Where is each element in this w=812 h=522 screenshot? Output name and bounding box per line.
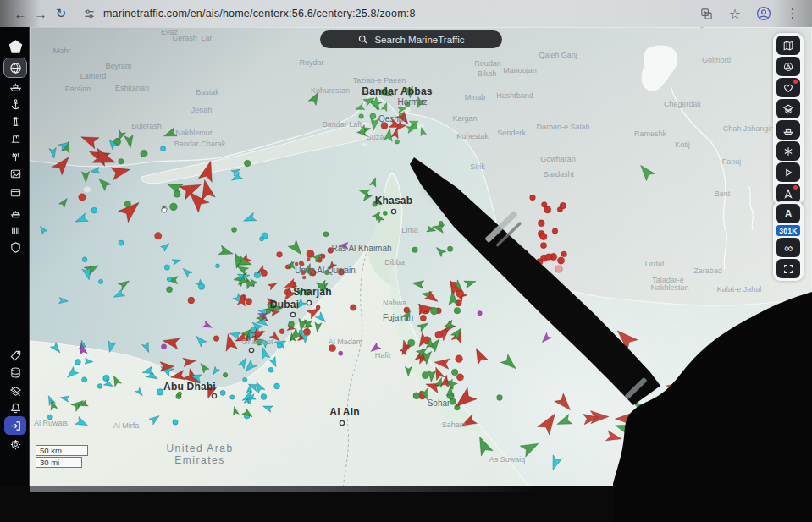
layers-button[interactable] xyxy=(776,99,800,118)
vessel-filters-button[interactable] xyxy=(776,120,800,140)
vessel-marker[interactable] xyxy=(307,257,310,261)
vessel-marker[interactable] xyxy=(350,305,356,311)
vessel-marker[interactable] xyxy=(103,375,110,382)
sidebar-item-data-list-icon[interactable] xyxy=(4,221,26,239)
browser-reload-button[interactable]: ↻ xyxy=(51,6,71,21)
vessel-marker[interactable] xyxy=(142,342,152,354)
weather-button[interactable] xyxy=(776,141,800,161)
vessel-marker[interactable] xyxy=(119,240,124,245)
vessel-marker[interactable] xyxy=(211,366,220,376)
vessel-marker[interactable] xyxy=(58,297,68,304)
vessel-marker[interactable] xyxy=(530,258,536,264)
vessel-marker[interactable] xyxy=(545,254,552,261)
vessel-marker[interactable] xyxy=(279,329,284,334)
vessel-marker[interactable] xyxy=(715,403,731,420)
sidebar-item-notifications-bell-icon[interactable] xyxy=(4,398,26,417)
vessel-marker[interactable] xyxy=(693,394,715,413)
vessel-marker[interactable] xyxy=(412,247,418,253)
vessel-marker[interactable] xyxy=(118,197,144,223)
vessel-marker[interactable] xyxy=(119,159,124,164)
vessel-marker[interactable] xyxy=(500,354,519,373)
vessel-marker[interactable] xyxy=(244,160,251,167)
vessel-marker[interactable] xyxy=(173,420,178,425)
vessel-marker[interactable] xyxy=(530,195,536,201)
translate-icon[interactable] xyxy=(697,8,715,20)
vessel-marker[interactable] xyxy=(188,297,195,304)
vessel-marker[interactable] xyxy=(82,377,87,382)
vessel-marker[interactable] xyxy=(464,225,475,238)
map-canvas[interactable]: Ziarat-e MalangEvazGerashLarMohrQaleh Ga… xyxy=(30,27,812,486)
infinite-tracks-button[interactable]: ∞ xyxy=(776,238,800,257)
vessel-marker[interactable] xyxy=(626,386,639,403)
vessel-marker[interactable] xyxy=(383,211,387,215)
vessel-marker[interactable] xyxy=(439,221,443,225)
vessel-marker[interactable] xyxy=(646,413,667,431)
vessel-marker[interactable] xyxy=(198,361,209,373)
vessel-marker[interactable] xyxy=(710,360,729,374)
vessel-marker[interactable] xyxy=(469,206,473,210)
sidebar-item-ports-anchor-icon[interactable] xyxy=(4,95,26,113)
vessel-marker[interactable] xyxy=(478,311,482,316)
vessel-marker[interactable] xyxy=(157,389,163,396)
vessel-marker[interactable] xyxy=(59,196,70,208)
vessel-marker[interactable] xyxy=(183,356,196,366)
vessel-marker[interactable] xyxy=(74,213,88,226)
vessel-marker[interactable] xyxy=(268,280,279,289)
sidebar-item-ais-antenna-icon[interactable] xyxy=(4,147,26,166)
vessel-marker[interactable] xyxy=(552,228,558,234)
vessel-marker[interactable] xyxy=(560,202,566,209)
vessel-marker[interactable] xyxy=(161,344,166,349)
vessel-marker[interactable] xyxy=(540,242,546,248)
search-bar[interactable]: Search MarineTraffic xyxy=(320,30,502,48)
vessel-marker[interactable] xyxy=(220,390,225,395)
vessel-marker[interactable] xyxy=(274,383,280,389)
sidebar-item-datasets-icon[interactable] xyxy=(4,363,26,382)
vessel-marker[interactable] xyxy=(539,332,551,344)
vessel-marker[interactable] xyxy=(412,279,424,288)
vessel-marker[interactable] xyxy=(555,415,572,430)
vessel-marker[interactable] xyxy=(155,232,162,239)
vessel-marker[interactable] xyxy=(456,374,463,381)
profile-avatar-icon[interactable] xyxy=(754,6,773,21)
vessel-marker[interactable] xyxy=(164,265,169,270)
bookmark-star-icon[interactable]: ☆ xyxy=(726,6,744,22)
vessel-marker[interactable] xyxy=(605,431,622,444)
vessel-marker[interactable] xyxy=(160,146,165,151)
vessel-marker[interactable] xyxy=(417,320,430,332)
vessel-marker[interactable] xyxy=(242,212,257,224)
vessel-marker[interactable] xyxy=(97,384,102,389)
vessel-marker[interactable] xyxy=(434,245,446,256)
vessel-marker[interactable] xyxy=(79,194,86,201)
vessel-marker[interactable] xyxy=(251,327,257,332)
vessel-marker[interactable] xyxy=(420,315,426,321)
vessel-marker[interactable] xyxy=(141,150,147,157)
vessel-marker[interactable] xyxy=(198,179,215,201)
vessel-marker[interactable] xyxy=(395,140,399,144)
vessel-marker[interactable] xyxy=(451,282,456,287)
browser-menu-icon[interactable]: ⋮ xyxy=(783,6,802,21)
vessel-marker[interactable] xyxy=(555,266,563,273)
vessel-marker[interactable] xyxy=(688,444,706,460)
vessel-marker[interactable] xyxy=(629,371,648,389)
vessel-marker[interactable] xyxy=(277,251,283,257)
vessel-marker[interactable] xyxy=(198,283,204,289)
browser-back-button[interactable]: ← xyxy=(10,7,30,21)
vessel-marker[interactable] xyxy=(167,277,172,282)
sidebar-item-cards-icon[interactable] xyxy=(4,183,26,201)
my-track-button[interactable] xyxy=(776,184,800,203)
sidebar-item-tags-icon[interactable] xyxy=(4,346,26,365)
vessel-marker[interactable] xyxy=(557,257,564,264)
sidebar-item-layers-off-icon[interactable] xyxy=(4,382,26,400)
vessel-marker[interactable] xyxy=(91,207,97,213)
vessel-marker[interactable] xyxy=(277,343,282,349)
vessel-marker[interactable] xyxy=(538,220,544,227)
vessel-marker[interactable] xyxy=(561,251,567,257)
vessel-marker[interactable] xyxy=(548,455,562,472)
vessel-marker[interactable] xyxy=(456,355,463,363)
marinetraffic-logo-icon[interactable] xyxy=(4,37,26,56)
vessel-marker[interactable] xyxy=(288,240,305,258)
vessel-marker[interactable] xyxy=(435,331,443,338)
vessel-marker[interactable] xyxy=(82,257,87,262)
sidebar-item-settings-gear-icon[interactable] xyxy=(4,435,26,453)
vessel-marker[interactable] xyxy=(174,190,180,197)
